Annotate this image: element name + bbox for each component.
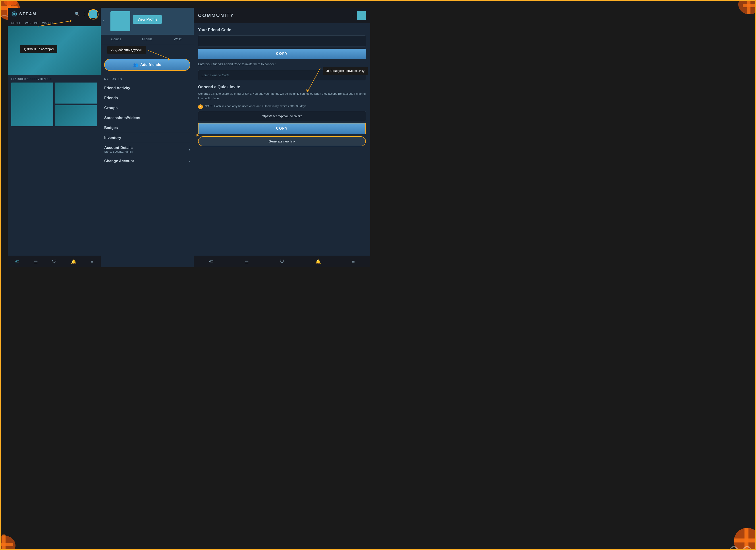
menu-item-friends[interactable]: Friends	[104, 93, 190, 103]
menu-item-change-account[interactable]: Change Account ›	[104, 156, 190, 166]
generate-new-link-button[interactable]: Generate new link	[198, 136, 366, 146]
menu-item-account-content: Account Details Store, Security, Family	[104, 146, 133, 153]
profile-tabs: Games Friends Wallet	[101, 35, 194, 44]
add-friends-container: 👥 Add friends	[101, 56, 194, 74]
menu-item-account[interactable]: Account Details Store, Security, Family …	[104, 143, 190, 156]
search-icon[interactable]: 🔍	[75, 12, 79, 16]
svg-point-16	[13, 13, 15, 15]
menu-item-groups[interactable]: Groups	[104, 103, 190, 113]
menu-item-friend-activity-label: Friend Activity	[104, 86, 130, 90]
community-header: COMMUNITY ⋮	[194, 8, 370, 23]
menu-item-groups-label: Groups	[104, 106, 118, 110]
community-bottom-tag-icon[interactable]: 🏷	[209, 259, 214, 264]
menu-item-change-account-chevron: ›	[189, 159, 190, 163]
nav-menu[interactable]: MENU ▾	[11, 21, 21, 25]
community-title: COMMUNITY	[198, 13, 234, 18]
steam-nav: MENU ▾ WISHLIST WALLET	[8, 20, 101, 26]
quick-invite-note-text: NOTE: Each link can only be used once an…	[205, 104, 307, 109]
featured-label: FEATURED & RECOMMENDED	[11, 78, 97, 80]
community-user-avatar	[357, 11, 366, 20]
menu-item-account-chevron: ›	[189, 148, 190, 151]
right-panel: COMMUNITY ⋮ Your Friend Code COPY Enter …	[194, 8, 370, 267]
view-profile-button[interactable]: View Profile	[133, 15, 162, 24]
community-more-icon[interactable]: ⋮	[350, 13, 354, 18]
tab-friends[interactable]: Friends	[132, 35, 163, 44]
annotation-4-text: 4) Копируем новую ссылку	[326, 69, 365, 73]
menu-item-change-account-label: Change Account	[104, 159, 134, 163]
user-avatar[interactable]	[89, 10, 97, 18]
profile-header: ‹ View Profile	[101, 8, 194, 35]
tab-games-label: Games	[111, 37, 121, 41]
avatar-annotation-circle	[88, 9, 99, 20]
add-friends-label: Add friends	[140, 63, 161, 67]
tab-wallet[interactable]: Wallet	[163, 35, 194, 44]
community-header-right: ⋮	[350, 11, 366, 20]
nav-wishlist[interactable]: WISHLIST	[25, 21, 39, 25]
svg-point-3	[4, 0, 13, 6]
left-bottom-nav: 🏷 ☰ 🛡 🔔 ≡	[8, 256, 101, 267]
tab-wallet-label: Wallet	[174, 37, 182, 41]
featured-item-2[interactable]	[55, 83, 97, 104]
nav-wishlist-label: WISHLIST	[25, 21, 39, 25]
checkmark-icon: ✓	[198, 104, 203, 109]
annotation-1-box: 1) Жмем на аватарку	[20, 45, 57, 53]
my-content-section: MY CONTENT Friend Activity Friends Group…	[101, 74, 194, 168]
community-bottom-shield-icon[interactable]: 🛡	[280, 259, 284, 264]
annotation-4-box: 4) Копируем новую ссылку	[323, 67, 368, 75]
quick-invite-title: Or send a Quick Invite	[198, 85, 366, 89]
invite-link-text: https://s.team/p/ваша/ссылка	[201, 114, 363, 118]
menu-item-friend-activity[interactable]: Friend Activity	[104, 83, 190, 93]
community-bottom-list-icon[interactable]: ☰	[245, 259, 249, 265]
featured-grid	[11, 83, 97, 126]
steam-logo: STEAM	[11, 11, 37, 17]
menu-item-inventory[interactable]: Inventory	[104, 133, 190, 143]
steam-logo-icon	[11, 11, 17, 17]
friend-code-display	[198, 35, 366, 46]
nav-wallet-label: WALLET	[42, 21, 54, 25]
menu-item-friends-label: Friends	[104, 96, 118, 100]
featured-item-1[interactable]	[11, 83, 53, 126]
main-container: STEAM 🔍 ⋮ MENU ▾ WISHLIST	[8, 8, 370, 267]
copy-friend-code-button[interactable]: COPY	[198, 49, 366, 59]
annotation-2-text: 2) «Добавить друзей»	[111, 48, 142, 52]
svg-marker-25	[197, 134, 199, 137]
bottom-nav-tag-icon[interactable]: 🏷	[15, 259, 19, 264]
svg-point-17	[89, 10, 98, 19]
friend-code-section-title: Your Friend Code	[198, 28, 366, 32]
add-friends-icon: 👥	[133, 62, 138, 67]
bottom-nav-list-icon[interactable]: ☰	[34, 259, 38, 265]
menu-item-badges[interactable]: Badges	[104, 123, 190, 133]
my-content-label: MY CONTENT	[104, 77, 190, 81]
menu-item-inventory-label: Inventory	[104, 136, 121, 140]
menu-item-badges-label: Badges	[104, 126, 118, 130]
copy-invite-link-button[interactable]: COPY	[198, 123, 366, 134]
menu-item-account-sublabel: Store, Security, Family	[104, 150, 133, 153]
bottom-nav-menu-icon[interactable]: ≡	[91, 259, 94, 264]
menu-item-account-label: Account Details	[104, 146, 133, 150]
bottom-nav-shield-icon[interactable]: 🛡	[52, 259, 57, 264]
nav-wallet[interactable]: WALLET	[42, 21, 54, 25]
tab-games[interactable]: Games	[101, 35, 132, 44]
nav-menu-label: MENU	[11, 21, 20, 25]
left-content: FEATURED & RECOMMENDED	[8, 26, 101, 256]
annotation-1-text: 1) Жмем на аватарку	[23, 47, 54, 51]
middle-panel: ‹ View Profile Games Friends Wallet 2) «…	[101, 8, 194, 267]
community-bottom-menu-icon[interactable]: ≡	[352, 259, 355, 264]
left-panel: STEAM 🔍 ⋮ MENU ▾ WISHLIST	[8, 8, 101, 267]
steam-header: STEAM 🔍 ⋮	[8, 8, 101, 20]
svg-point-4	[9, 0, 17, 6]
bottom-nav-bell-icon[interactable]: 🔔	[71, 259, 77, 265]
community-bottom-bell-icon[interactable]: 🔔	[315, 259, 321, 265]
quick-invite-description: Generate a link to share via email or SM…	[198, 92, 366, 101]
menu-item-screenshots-label: Screenshots/Videos	[104, 116, 140, 120]
featured-item-3[interactable]	[55, 105, 97, 126]
steam-header-right: 🔍 ⋮	[75, 10, 97, 18]
more-options-icon[interactable]: ⋮	[82, 12, 86, 16]
nav-menu-chevron: ▾	[20, 22, 21, 24]
profile-avatar-large	[110, 11, 130, 31]
back-button[interactable]: ‹	[102, 18, 104, 24]
profile-header-actions: View Profile	[133, 11, 162, 24]
menu-item-screenshots[interactable]: Screenshots/Videos	[104, 113, 190, 123]
annotation-2-box: 2) «Добавить друзей»	[107, 46, 146, 54]
add-friends-button[interactable]: 👥 Add friends	[104, 59, 190, 71]
